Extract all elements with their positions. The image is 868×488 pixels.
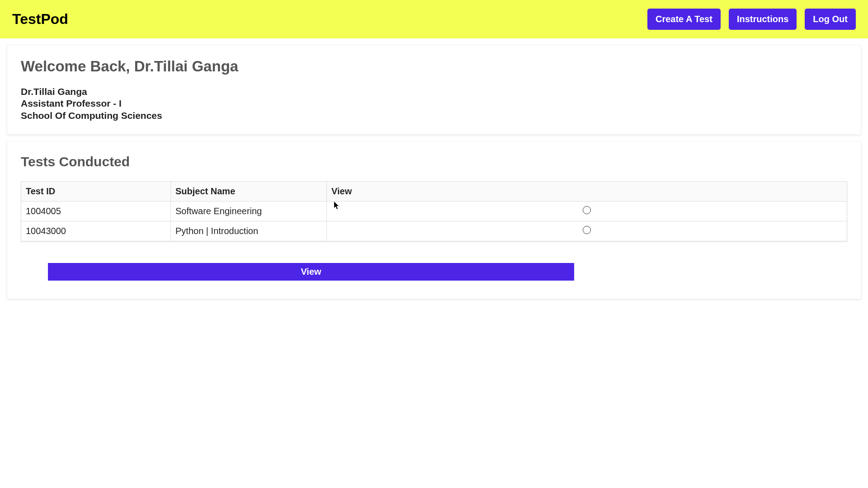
header-view: View: [327, 181, 847, 201]
nav-button-group: Create A Test Instructions Log Out: [647, 9, 856, 30]
table-row: 10043000 Python | Introduction: [21, 221, 847, 241]
instructions-button[interactable]: Instructions: [729, 9, 797, 30]
welcome-card: Welcome Back, Dr.Tillai Ganga Dr.Tillai …: [7, 45, 861, 135]
user-role: Assistant Professor - I: [21, 98, 847, 109]
header-subject-name: Subject Name: [171, 181, 327, 201]
cell-subject: Software Engineering: [171, 201, 327, 221]
cell-subject: Python | Introduction: [171, 221, 327, 241]
header-test-id: Test ID: [21, 181, 171, 201]
logo[interactable]: TestPod: [12, 11, 68, 28]
view-button[interactable]: View: [48, 263, 574, 281]
tests-card: Tests Conducted Test ID Subject Name Vie…: [7, 141, 861, 299]
log-out-button[interactable]: Log Out: [805, 9, 856, 30]
user-school: School Of Computing Sciences: [21, 110, 847, 122]
welcome-title: Welcome Back, Dr.Tillai Ganga: [21, 58, 847, 75]
cell-test-id: 10043000: [21, 221, 171, 241]
cell-view-radio: [327, 201, 847, 221]
create-test-button[interactable]: Create A Test: [647, 9, 721, 30]
cell-test-id: 1004005: [21, 201, 171, 221]
view-radio-1[interactable]: [583, 226, 591, 234]
table-row: 1004005 Software Engineering: [21, 201, 847, 221]
user-name: Dr.Tillai Ganga: [21, 86, 847, 98]
cell-view-radio: [327, 221, 847, 241]
tests-table: Test ID Subject Name View 1004005 Softwa…: [21, 181, 847, 241]
table-header-row: Test ID Subject Name View: [21, 181, 847, 201]
header-bar: TestPod Create A Test Instructions Log O…: [0, 0, 868, 38]
view-radio-0[interactable]: [583, 206, 591, 214]
user-info: Dr.Tillai Ganga Assistant Professor - I …: [21, 86, 847, 122]
tests-title: Tests Conducted: [21, 154, 847, 169]
